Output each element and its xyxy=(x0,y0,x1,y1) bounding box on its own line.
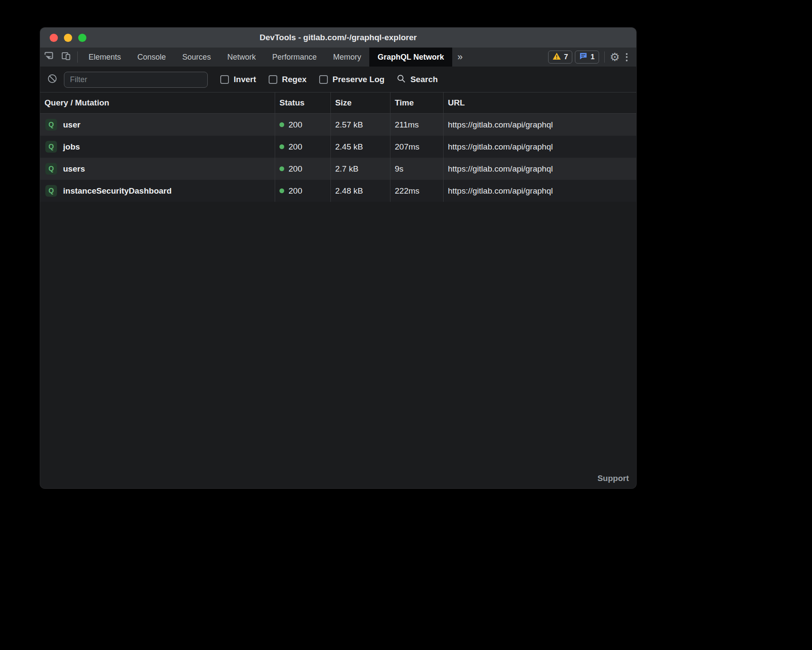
size-value: 2.48 kB xyxy=(335,186,363,196)
regex-checkbox[interactable] xyxy=(269,75,277,84)
more-tabs-button[interactable]: » xyxy=(452,48,468,67)
status-code: 200 xyxy=(289,164,302,174)
tab-network[interactable]: Network xyxy=(219,48,264,67)
column-header-size[interactable]: Size xyxy=(330,92,390,113)
filter-input[interactable] xyxy=(64,72,208,88)
inspect-element-button[interactable] xyxy=(40,48,57,67)
query-cell: Q user xyxy=(40,114,275,136)
invert-label: Invert xyxy=(234,75,256,84)
clear-requests-button[interactable] xyxy=(46,73,59,86)
time-value: 9s xyxy=(395,164,403,174)
tab-memory[interactable]: Memory xyxy=(325,48,369,67)
size-value: 2.45 kB xyxy=(335,142,363,152)
titlebar: DevTools - gitlab.com/-/graphql-explorer xyxy=(40,28,636,48)
column-header-query[interactable]: Query / Mutation xyxy=(40,92,275,113)
table-row[interactable]: Q users 200 2.7 kB 9s https://gitlab.com… xyxy=(40,158,636,180)
status-dot-icon xyxy=(279,122,284,127)
time-cell: 207ms xyxy=(390,136,443,158)
filter-bar: Invert Regex Preserve Log Search xyxy=(40,67,636,92)
regex-label: Regex xyxy=(282,75,307,84)
column-header-url[interactable]: URL xyxy=(443,92,636,113)
query-name: users xyxy=(63,164,85,174)
time-value: 207ms xyxy=(395,142,419,152)
query-type-badge: Q xyxy=(45,163,57,175)
tabbar-right-divider xyxy=(604,51,605,63)
url-cell: https://gitlab.com/api/graphql xyxy=(443,158,636,180)
query-type-badge: Q xyxy=(45,185,57,197)
toolbar-divider xyxy=(77,51,78,63)
time-cell: 9s xyxy=(390,158,443,180)
close-window-button[interactable] xyxy=(50,34,58,42)
invert-checkbox[interactable] xyxy=(220,75,229,84)
device-toolbar-button[interactable] xyxy=(57,48,75,67)
tab-performance[interactable]: Performance xyxy=(264,48,325,67)
size-cell: 2.48 kB xyxy=(330,180,390,202)
status-cell: 200 xyxy=(275,114,330,136)
query-name: user xyxy=(63,120,80,130)
status-dot-icon xyxy=(279,188,284,193)
preserve-log-checkbox-group[interactable]: Preserve Log xyxy=(319,75,384,84)
status-code: 200 xyxy=(289,120,302,130)
column-header-status[interactable]: Status xyxy=(275,92,330,113)
size-value: 2.57 kB xyxy=(335,120,363,130)
tab-console[interactable]: Console xyxy=(129,48,174,67)
status-cell: 200 xyxy=(275,180,330,202)
url-value: https://gitlab.com/api/graphql xyxy=(448,120,553,130)
window-title: DevTools - gitlab.com/-/graphql-explorer xyxy=(260,33,417,42)
preserve-log-label: Preserve Log xyxy=(333,75,384,84)
traffic-lights xyxy=(50,28,86,48)
issues-count: 1 xyxy=(590,53,594,61)
issues-badge[interactable]: 1 xyxy=(575,51,599,64)
search-label: Search xyxy=(410,75,438,84)
search-icon xyxy=(396,74,406,85)
maximize-window-button[interactable] xyxy=(78,34,86,42)
query-cell: Q instanceSecurityDashboard xyxy=(40,180,275,202)
url-value: https://gitlab.com/api/graphql xyxy=(448,186,553,196)
time-cell: 222ms xyxy=(390,180,443,202)
tab-graphql-network[interactable]: GraphQL Network xyxy=(369,48,452,67)
warnings-count: 7 xyxy=(564,53,568,61)
status-code: 200 xyxy=(289,142,302,152)
table-row[interactable]: Q user 200 2.57 kB 211ms https://gitlab.… xyxy=(40,114,636,136)
issues-bubble-icon xyxy=(579,52,587,62)
query-cell: Q users xyxy=(40,158,275,180)
block-circle-icon xyxy=(47,73,57,86)
table-row[interactable]: Q instanceSecurityDashboard 200 2.48 kB … xyxy=(40,180,636,202)
tabbar-right-cluster: 7 1 ⚙ xyxy=(548,48,636,67)
warning-triangle-icon xyxy=(552,52,561,62)
time-cell: 211ms xyxy=(390,114,443,136)
query-cell: Q jobs xyxy=(40,136,275,158)
support-link[interactable]: Support xyxy=(597,474,629,483)
table-header: Query / Mutation Status Size Time URL xyxy=(40,92,636,114)
status-dot-icon xyxy=(279,166,284,171)
url-cell: https://gitlab.com/api/graphql xyxy=(443,180,636,202)
settings-gear-icon[interactable]: ⚙ xyxy=(610,51,620,63)
search-button[interactable]: Search xyxy=(396,74,438,85)
devtools-tabbar: Elements Console Sources Network Perform… xyxy=(40,48,636,67)
size-value: 2.7 kB xyxy=(335,164,358,174)
url-cell: https://gitlab.com/api/graphql xyxy=(443,136,636,158)
query-name: jobs xyxy=(63,142,80,152)
warnings-badge[interactable]: 7 xyxy=(548,51,572,64)
table-row[interactable]: Q jobs 200 2.45 kB 207ms https://gitlab.… xyxy=(40,136,636,158)
size-cell: 2.57 kB xyxy=(330,114,390,136)
status-cell: 200 xyxy=(275,136,330,158)
minimize-window-button[interactable] xyxy=(64,34,72,42)
status-cell: 200 xyxy=(275,158,330,180)
time-value: 211ms xyxy=(395,120,419,130)
status-code: 200 xyxy=(289,186,302,196)
devtools-window: DevTools - gitlab.com/-/graphql-explorer… xyxy=(40,28,636,488)
query-type-badge: Q xyxy=(45,141,57,153)
invert-checkbox-group[interactable]: Invert xyxy=(220,75,256,84)
regex-checkbox-group[interactable]: Regex xyxy=(269,75,307,84)
status-dot-icon xyxy=(279,144,284,149)
url-value: https://gitlab.com/api/graphql xyxy=(448,142,553,152)
preserve-log-checkbox[interactable] xyxy=(319,75,328,84)
tab-sources[interactable]: Sources xyxy=(174,48,219,67)
url-cell: https://gitlab.com/api/graphql xyxy=(443,114,636,136)
inspect-cursor-icon xyxy=(43,51,54,64)
query-name: instanceSecurityDashboard xyxy=(63,186,171,196)
overflow-menu-icon[interactable] xyxy=(622,53,631,61)
tab-elements[interactable]: Elements xyxy=(80,48,129,67)
column-header-time[interactable]: Time xyxy=(390,92,443,113)
